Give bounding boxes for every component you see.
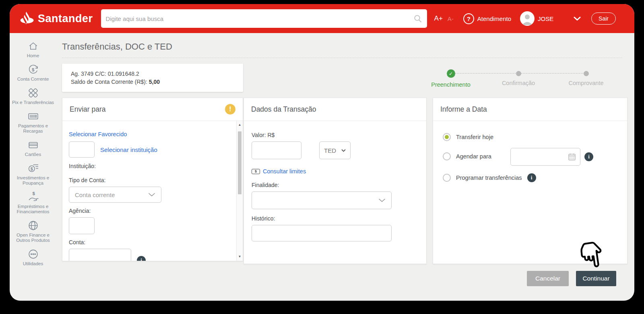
search-icon[interactable] <box>413 14 422 23</box>
chevron-down-icon <box>148 193 155 197</box>
sidebar-item-pagamentos-recargas[interactable]: Pagamentos e Recargas <box>11 110 55 134</box>
chevron-down-icon <box>378 198 386 202</box>
warning-icon[interactable]: ! <box>225 104 235 114</box>
sidebar-item-pix-transferencias[interactable]: Pix e Transferências <box>11 87 55 105</box>
ellipsis-circle-icon <box>27 248 39 260</box>
sidebar-item-emprestimos-financiamentos[interactable]: $ Empréstimos e Financiamentos <box>11 191 55 214</box>
home-icon <box>27 40 39 52</box>
panel-dados-transacao: Dados da Transação Valor: R$ TED $ Consu… <box>244 98 427 264</box>
scroll-up-arrow[interactable]: ▲ <box>237 122 243 128</box>
historico-label: Histórico: <box>252 215 418 222</box>
info-icon[interactable]: i <box>137 256 146 261</box>
panel-title: Informe a Data <box>440 105 487 114</box>
barcode-icon <box>27 110 39 122</box>
account-balance-line: Saldo de Conta Corrente (R$): 5,00 <box>71 78 234 86</box>
radio-transferir-hoje[interactable]: Transferir hoje <box>443 133 493 141</box>
agendar-date-input[interactable] <box>510 148 580 166</box>
panel-title: Dados da Transação <box>251 105 316 114</box>
radio-selected-icon[interactable] <box>443 133 451 141</box>
panel-informe-data: Informe a Data Transferir hoje Agendar p… <box>433 98 627 264</box>
panel-title: Enviar para <box>70 105 106 114</box>
help-icon: ? <box>463 13 474 24</box>
finalidade-label: Finalidade: <box>252 182 418 188</box>
flame-icon <box>19 10 35 27</box>
sidebar-item-investimentos-poupanca[interactable]: $ Investimentos e Poupança <box>11 162 55 186</box>
svg-text:$: $ <box>32 191 35 196</box>
instituicao-label: Instituição: <box>69 163 229 169</box>
sidebar-item-conta-corrente[interactable]: $ Conta Corrente <box>11 64 55 82</box>
sidebar-item-utilidades[interactable]: Utilidades <box>11 248 55 266</box>
step-dot-icon <box>584 71 589 76</box>
sidebar-item-cartoes[interactable]: Cartões <box>11 139 55 157</box>
pix-icon <box>27 87 39 99</box>
consultar-limites-link[interactable]: $ Consultar limites <box>252 168 418 175</box>
sidebar-item-home[interactable]: Home <box>11 40 55 58</box>
person-icon <box>520 11 535 26</box>
conta-input[interactable] <box>69 249 131 261</box>
info-icon[interactable]: i <box>527 173 536 182</box>
scrollbar-thumb[interactable] <box>238 131 242 194</box>
calendar-icon[interactable] <box>568 153 576 161</box>
brand-name: Santander <box>38 12 93 25</box>
username-label: JOSE <box>538 15 553 22</box>
step-comprovante: Comprovante <box>552 69 620 88</box>
page-title: Transferências, DOC e TED <box>62 42 172 52</box>
avatar <box>520 11 535 26</box>
user-menu[interactable]: JOSE <box>520 11 553 26</box>
tipo-conta-select[interactable]: Conta corrente <box>69 187 161 203</box>
valor-input[interactable] <box>252 141 301 159</box>
continue-button[interactable]: Continuar <box>576 271 616 286</box>
account-number: Ag. 3749 C/C: 01.091648.2 <box>71 70 234 78</box>
tipo-conta-label: Tipo de Conta: <box>69 177 229 183</box>
conta-label: Conta: <box>69 239 229 245</box>
atendimento-menu[interactable]: ? Atendimento <box>463 13 511 24</box>
scroll-down-arrow[interactable]: ▼ <box>237 254 243 260</box>
hand-money-icon: $ <box>27 191 39 203</box>
top-header: Santander A+ A- ? Atendimento JOSE <box>10 4 634 33</box>
selecionar-instituicao-link[interactable]: Selecionar instituição <box>100 146 157 153</box>
cancel-button[interactable]: Cancelar <box>527 271 569 286</box>
info-icon[interactable]: i <box>584 152 593 161</box>
sidebar-item-open-finance[interactable]: Open Finance e Outros Produtos <box>11 220 55 243</box>
step-confirmacao: Confirmação <box>485 69 552 88</box>
valor-label: Valor: R$ <box>252 132 418 138</box>
title-divider <box>62 58 622 58</box>
radio-agendar-para[interactable]: Agendar para <box>443 152 491 160</box>
app-window: Santander A+ A- ? Atendimento JOSE <box>10 4 634 301</box>
account-summary-card: Ag. 3749 C/C: 01.091648.2 Saldo de Conta… <box>62 64 243 92</box>
radio-unselected-icon[interactable] <box>443 152 451 160</box>
selecionar-favorecido-link[interactable]: Selecionar Favorecido <box>69 131 127 137</box>
money-icon: $ <box>252 169 260 174</box>
tipo-transferencia-select[interactable]: TED <box>319 141 351 159</box>
card-icon <box>27 139 39 151</box>
chevron-down-icon <box>341 149 346 152</box>
logout-button[interactable]: Sair <box>591 12 616 25</box>
santander-logo[interactable]: Santander <box>19 10 93 27</box>
finalidade-select[interactable] <box>252 191 392 209</box>
svg-text:$: $ <box>30 166 33 171</box>
step-preenchimento: ✓ Preenchimento <box>417 69 485 88</box>
search-box <box>101 9 427 28</box>
search-input[interactable] <box>106 15 413 22</box>
agencia-input[interactable] <box>69 217 95 234</box>
panel-scrollbar[interactable]: ▲ ▼ <box>236 121 243 261</box>
font-increase-button[interactable]: A+ <box>434 15 443 23</box>
account-refresh-icon: $ <box>27 64 39 75</box>
sidebar: Home $ Conta Corrente Pix e Transferênci… <box>10 33 56 301</box>
historico-input[interactable] <box>252 225 392 241</box>
coin-list-icon: $ <box>27 162 39 174</box>
globe-icon <box>27 220 39 231</box>
account-balance-value: 5,00 <box>149 79 160 85</box>
radio-unselected-icon[interactable] <box>443 174 451 182</box>
agencia-label: Agência: <box>69 208 229 214</box>
atendimento-label: Atendimento <box>477 15 511 22</box>
chevron-down-icon[interactable] <box>574 17 581 21</box>
radio-programar-transferencias[interactable]: Programar transferências i <box>443 173 536 182</box>
step-check-icon: ✓ <box>447 69 455 78</box>
svg-text:$: $ <box>31 67 34 72</box>
favorecido-code-input[interactable] <box>69 141 95 158</box>
font-decrease-button[interactable]: A- <box>448 15 454 22</box>
step-dot-icon <box>516 71 521 76</box>
progress-stepper: ✓ Preenchimento Confirmação Comprovante <box>417 69 620 92</box>
panel-enviar-para: Enviar para ! Selecionar Favorecido Sele… <box>62 98 243 261</box>
